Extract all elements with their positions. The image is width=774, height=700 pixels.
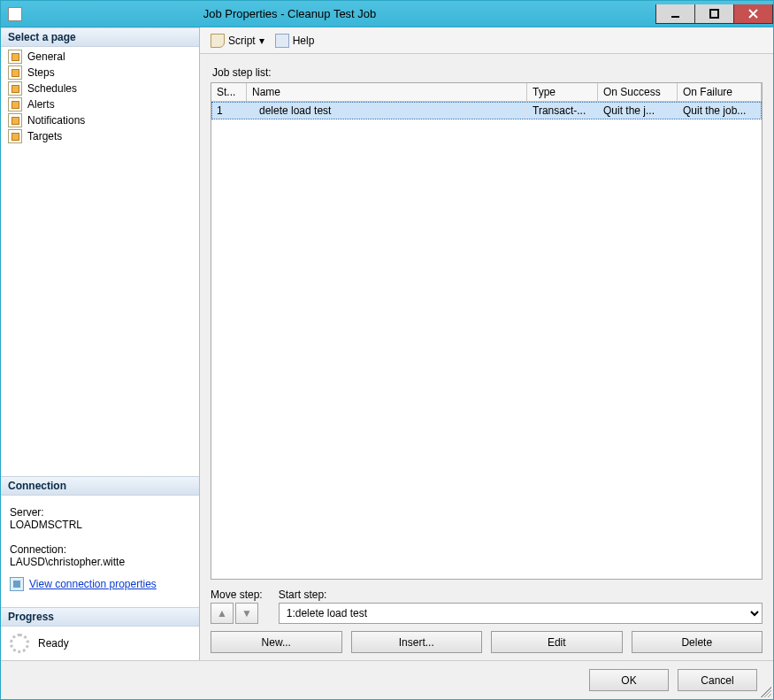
ok-button[interactable]: OK [589,669,669,691]
page-icon [8,113,22,127]
page-icon [8,81,22,96]
progress-header: Progress [1,607,199,627]
connection-header: Connection [1,476,199,496]
select-page-header: Select a page [1,27,199,47]
arrow-down-icon: ▼ [241,607,252,619]
left-panel: Select a page General Steps Schedules Al… [1,27,200,660]
nav-label: Alerts [27,98,55,111]
edit-button[interactable]: Edit [491,631,623,653]
col-name[interactable]: Name [247,83,527,102]
nav-label: Targets [27,130,62,142]
nav-item-alerts[interactable]: Alerts [4,96,195,112]
new-button[interactable]: New... [211,631,342,653]
cancel-button[interactable]: Cancel [678,669,757,691]
nav-item-schedules[interactable]: Schedules [4,81,195,96]
connection-value: LAUSD\christopher.witte [10,556,190,568]
page-icon [8,65,22,80]
progress-status: Ready [38,637,69,650]
dialog-footer: OK Cancel [1,660,773,699]
svg-rect-0 [671,16,679,18]
grid-header: St... Name Type On Success On Failure [211,83,762,102]
steps-page: Job step list: St... Name Type On Succes… [200,54,773,660]
svg-rect-1 [710,10,718,18]
job-step-grid[interactable]: St... Name Type On Success On Failure 1 … [211,82,763,580]
start-step-label: Start step: [279,588,763,601]
page-nav: General Steps Schedules Alerts Notificat… [1,47,199,146]
move-down-button[interactable]: ▼ [235,603,258,624]
help-label: Help [293,35,315,47]
table-row[interactable]: 1 delete load test Transact-... Quit the… [211,102,762,119]
job-step-list-label: Job step list: [212,66,763,79]
maximize-button[interactable] [694,4,734,24]
window-controls [656,4,773,24]
script-button[interactable]: Script ▾ [207,32,268,50]
cell-on-failure: Quit the job... [678,102,762,119]
col-step[interactable]: St... [211,83,247,102]
close-button[interactable] [733,4,773,24]
progress-panel: Ready [1,627,199,660]
nav-label: Schedules [27,82,77,95]
right-panel: Script ▾ Help Job step list: St... Name … [200,27,773,660]
cell-name: delete load test [247,102,527,119]
help-icon [275,34,289,48]
cell-type: Transact-... [527,102,598,119]
col-type[interactable]: Type [527,83,598,102]
nav-label: General [27,50,65,63]
titlebar[interactable]: Job Properties - Cleanup Test Job [1,1,773,27]
nav-label: Notifications [27,114,85,127]
resize-grip[interactable] [761,687,771,697]
nav-item-notifications[interactable]: Notifications [4,112,195,128]
move-up-button[interactable]: ▲ [211,603,234,624]
delete-button[interactable]: Delete [632,631,763,653]
page-icon [8,97,22,112]
col-on-failure[interactable]: On Failure [678,83,762,102]
arrow-up-icon: ▲ [217,607,227,619]
view-connection-properties-link[interactable]: View connection properties [29,578,157,590]
grid-body: 1 delete load test Transact-... Quit the… [211,102,762,579]
job-properties-window: Job Properties - Cleanup Test Job Select… [0,0,774,700]
connection-panel: Server: LOADMSCTRL Connection: LAUSD\chr… [1,496,199,596]
insert-button[interactable]: Insert... [351,631,483,653]
move-step-label: Move step: [211,588,263,601]
cell-on-success: Quit the j... [598,102,678,119]
minimize-button[interactable] [655,4,695,24]
window-title: Job Properties - Cleanup Test Job [0,7,656,20]
nav-label: Steps [27,66,55,79]
connection-label: Connection: [10,543,190,556]
page-icon [8,129,22,143]
script-label: Script [228,35,256,47]
nav-item-steps[interactable]: Steps [4,65,195,81]
nav-item-targets[interactable]: Targets [4,128,195,144]
toolbar: Script ▾ Help [200,27,773,54]
help-button[interactable]: Help [272,32,318,50]
page-icon [8,50,22,64]
col-on-success[interactable]: On Success [598,83,678,102]
server-value: LOADMSCTRL [10,519,190,531]
nav-item-general[interactable]: General [4,49,195,65]
start-step-select[interactable]: 1:delete load test [279,603,763,624]
server-label: Server: [10,506,190,519]
cell-step: 1 [211,102,247,119]
network-icon [10,577,24,591]
script-icon [211,34,225,48]
progress-spinner-icon [10,634,29,653]
chevron-down-icon: ▾ [259,35,264,47]
